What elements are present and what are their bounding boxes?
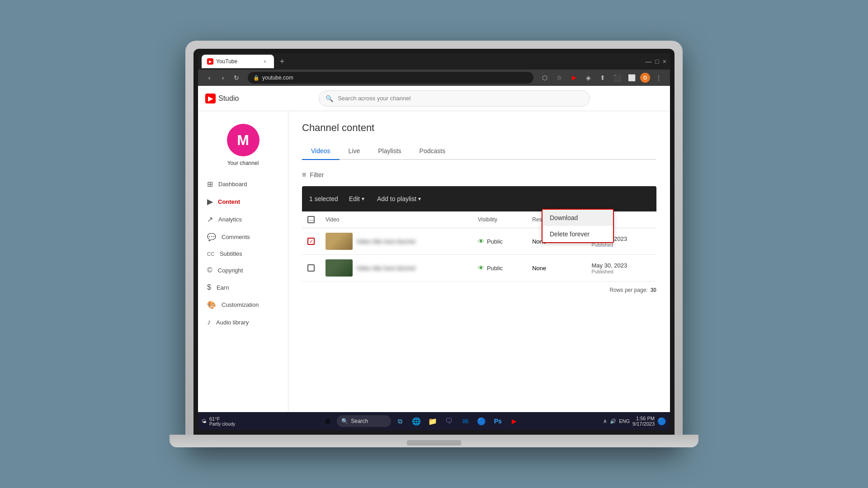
sidebar-item-subtitles[interactable]: CC Subtitles <box>198 246 288 262</box>
dropdown-delete-item[interactable]: Delete forever <box>542 226 613 242</box>
clock-date: 9/17/2023 <box>632 421 655 427</box>
sidebar-item-comments[interactable]: 💬 Comments <box>198 228 288 246</box>
content-tabs: Videos Live Playlists Podcasts <box>302 143 656 160</box>
bulk-edit-button[interactable]: Edit ▾ <box>344 192 370 206</box>
task-view-icon: ⧉ <box>398 418 402 425</box>
taskbar-ps-icon[interactable]: Ps <box>491 414 505 428</box>
yt-studio-logo[interactable]: ▶ Studio <box>205 94 239 103</box>
search-input[interactable] <box>338 95 583 102</box>
audio-icon: ♪ <box>207 318 211 326</box>
browser-tab-youtube[interactable]: ▶ YouTube × <box>202 55 274 68</box>
sidebar-item-audio[interactable]: ♪ Audio library <box>198 314 288 331</box>
chrome-icon: 🔵 <box>477 417 486 426</box>
minimize-icon[interactable]: — <box>645 58 651 65</box>
row2-checkbox-cell <box>302 255 320 282</box>
clock-time: 1:56 PM <box>632 416 655 421</box>
sidebar-item-content[interactable]: ▶ Content <box>198 193 288 211</box>
tab-close-icon[interactable]: × <box>261 58 269 65</box>
weather-temp: 61°F <box>209 416 235 422</box>
taskbar-explorer-icon[interactable]: 📁 <box>425 414 440 428</box>
row2-visibility: 👁 Public <box>472 255 527 282</box>
bulk-add-to-playlist-button[interactable]: Add to playlist ▾ <box>372 192 426 206</box>
row1-checkbox[interactable]: ✓ <box>307 238 315 245</box>
laptop-base <box>170 435 698 447</box>
row1-title: Video title here blurred <box>356 238 415 245</box>
tab-podcasts[interactable]: Podcasts <box>410 143 455 160</box>
bookmark-icon[interactable]: ☆ <box>553 72 565 84</box>
forward-button[interactable]: › <box>217 72 229 84</box>
row2-date-sub: Published <box>591 269 651 274</box>
new-tab-button[interactable]: + <box>276 55 288 68</box>
ext2-icon[interactable]: ⬆ <box>597 72 609 84</box>
row1-eye-icon: 👁 <box>478 238 484 245</box>
taskbar-mail-icon[interactable]: ✉ <box>458 414 472 428</box>
row2-checkbox[interactable] <box>307 264 315 272</box>
taskbar-search-label: Search <box>351 418 368 424</box>
address-bar[interactable]: 🔒 youtube.com <box>248 72 533 84</box>
sidebar-label-dashboard: Dashboard <box>218 181 247 188</box>
row2-title: Video title here blurred <box>356 265 415 272</box>
tab-live[interactable]: Live <box>340 143 369 160</box>
weather-widget: 🌤 61°F Partly cloudy <box>202 416 235 427</box>
profile-button[interactable]: O <box>640 73 650 83</box>
taskbar-edge-icon[interactable]: 🌐 <box>409 414 424 428</box>
taskbar-teams-icon[interactable]: 🗨 <box>442 414 456 428</box>
content-icon: ▶ <box>207 197 212 206</box>
back-button[interactable]: ‹ <box>203 72 215 84</box>
menu-icon[interactable]: ⋮ <box>653 72 665 84</box>
select-all-checkbox[interactable]: — <box>307 216 315 223</box>
start-button[interactable]: ⊞ <box>321 414 335 428</box>
taskbar-chrome-icon[interactable]: 🔵 <box>474 414 489 428</box>
dropdown-download-item[interactable]: Download <box>542 210 613 226</box>
sidebar-label-copyright: Copyright <box>218 267 243 274</box>
sidebar-item-analytics[interactable]: ↗ Analytics <box>198 211 288 228</box>
table-row: Video title here blurred 👁 Public <box>302 255 656 282</box>
windows-logo-icon: ⊞ <box>325 418 330 425</box>
avatar: M <box>227 124 259 156</box>
explorer-icon: 📁 <box>428 417 437 426</box>
th-video: Video <box>320 211 472 228</box>
ext1-icon[interactable]: ◈ <box>582 72 594 84</box>
studio-search-bar[interactable]: 🔍 <box>319 90 590 107</box>
tab-playlists[interactable]: Playlists <box>369 143 410 160</box>
filter-label[interactable]: Filter <box>310 171 324 178</box>
page-title: Channel content <box>302 122 656 134</box>
yt-ext-icon[interactable]: ▶ <box>568 72 580 84</box>
taskbar-search-icon: 🔍 <box>341 418 348 424</box>
sidebar-label-subtitles: Subtitles <box>220 250 242 257</box>
sidebar-item-dashboard[interactable]: ⊞ Dashboard <box>198 175 288 193</box>
screen-bezel: ▶ YouTube × + — □ × ‹ › <box>193 49 675 435</box>
customization-icon: 🎨 <box>207 300 216 309</box>
subtitles-icon: CC <box>207 251 214 257</box>
row2-visibility-cell: 👁 Public <box>478 264 521 272</box>
network-icon: 🔊 <box>610 418 616 424</box>
nav-icons: ‹ › ↻ <box>203 72 242 84</box>
studio-body: M Your channel ⊞ Dashboard ▶ Content <box>198 111 670 412</box>
ps-icon: Ps <box>494 418 502 425</box>
close-icon[interactable]: × <box>663 58 666 65</box>
task-view-button[interactable]: ⧉ <box>393 414 407 428</box>
taskbar-yt-studio-icon[interactable]: ▶ <box>507 414 521 428</box>
sidebar-item-copyright[interactable]: © Copyright <box>198 262 288 279</box>
taskbar-left: 🌤 61°F Partly cloudy <box>202 416 239 427</box>
download-dropdown-menu: Download Delete forever <box>542 209 614 243</box>
rows-footer: Rows per page: 30 <box>302 282 656 299</box>
yt-logo-icon: ▶ <box>205 94 216 103</box>
tab-videos[interactable]: Videos <box>302 143 340 160</box>
ext4-icon[interactable]: ⬜ <box>626 72 637 84</box>
playlist-chevron-icon: ▾ <box>418 196 421 202</box>
ext3-icon[interactable]: ⬛ <box>611 72 623 84</box>
taskbar: 🌤 61°F Partly cloudy ⊞ 🔍 <box>198 412 670 430</box>
laptop-screen: ▶ YouTube × + — □ × ‹ › <box>198 53 670 430</box>
reload-button[interactable]: ↻ <box>231 72 242 84</box>
search-icon: 🔍 <box>326 95 333 102</box>
sidebar-item-customization[interactable]: 🎨 Customization <box>198 296 288 314</box>
analytics-icon: ↗ <box>207 215 213 224</box>
notification-icon[interactable]: 🔵 <box>657 417 666 426</box>
extensions-icon[interactable]: ⬡ <box>539 72 551 84</box>
maximize-icon[interactable]: □ <box>655 58 659 65</box>
sidebar-item-earn[interactable]: $ Earn <box>198 279 288 296</box>
toolbar-right: ⬡ ☆ ▶ ◈ ⬆ ⬛ ⬜ O ⋮ <box>539 72 665 84</box>
taskbar-search[interactable]: 🔍 Search <box>337 415 391 427</box>
teams-icon: 🗨 <box>445 417 453 425</box>
